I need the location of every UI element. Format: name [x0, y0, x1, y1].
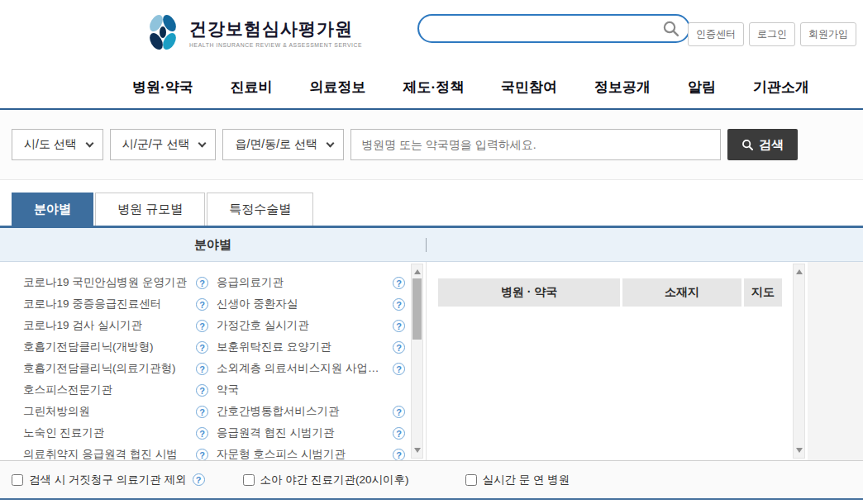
utility-link-button[interactable]: 인증센터 — [688, 22, 744, 46]
nav-item[interactable]: 병원·약국 — [124, 73, 202, 102]
category-item[interactable]: 응급원격 협진 시범기관 ? — [217, 422, 405, 444]
help-icon[interactable]: ? — [196, 277, 208, 289]
global-nav: 병원·약국진료비의료정보제도·정책국민참여정보공개알림기관소개 — [0, 66, 863, 110]
search-icon[interactable] — [662, 20, 680, 38]
category-label[interactable]: 가정간호 실시기관 — [217, 318, 309, 333]
category-item[interactable]: 간호간병통합서비스기관 ? — [217, 401, 405, 422]
keyword-input[interactable] — [350, 129, 721, 160]
search-option[interactable]: 검색 시 거짓청구 의료기관 제외 ? — [12, 473, 205, 487]
category-item[interactable]: 의료취약지 응급원격 협진 시범 ? — [23, 444, 208, 460]
nav-item[interactable]: 의료정보 — [302, 73, 374, 102]
help-icon[interactable]: ? — [196, 427, 208, 440]
category-label[interactable]: 그린처방의원 — [23, 404, 90, 419]
region-selects: 시/도 선택 시/군/구 선택 읍/면/동/로 선택 — [12, 129, 350, 160]
option-label: 실시간 문 연 병원 — [483, 473, 570, 487]
category-label[interactable]: 간호간병통합서비스기관 — [217, 404, 340, 419]
scroll-up-icon[interactable] — [796, 269, 803, 274]
panel-header-divider — [426, 238, 427, 252]
region-select[interactable]: 시/군/구 선택 — [110, 129, 217, 160]
region-select-label: 시/도 선택 — [24, 137, 77, 152]
category-item[interactable]: 그린처방의원 ? — [23, 401, 208, 422]
region-select-label: 시/군/구 선택 — [122, 137, 190, 152]
help-icon[interactable]: ? — [393, 449, 405, 461]
scroll-thumb[interactable] — [412, 278, 422, 340]
results-scrollbar[interactable] — [793, 264, 805, 459]
help-icon[interactable]: ? — [196, 341, 208, 354]
help-icon[interactable]: ? — [393, 277, 405, 289]
tab[interactable]: 특정수술별 — [207, 193, 313, 226]
category-scrollbar[interactable] — [411, 264, 423, 459]
category-item[interactable]: 약국 ? — [217, 379, 405, 401]
help-icon[interactable]: ? — [393, 320, 405, 332]
category-item[interactable]: 신생아 중환자실 ? — [217, 293, 405, 315]
category-item[interactable]: 자문형 호스피스 시범기관 ? — [217, 444, 405, 460]
scroll-up-icon[interactable] — [414, 269, 421, 274]
help-icon[interactable]: ? — [196, 363, 208, 375]
utility-link-button[interactable]: 회원가입 — [800, 22, 856, 46]
category-label[interactable]: 소외계층 의료서비스지원 사업… — [217, 361, 379, 376]
option-label: 소아 야간 진료기관(20시이후) — [260, 473, 409, 487]
help-icon[interactable]: ? — [393, 427, 405, 440]
scroll-down-icon[interactable] — [796, 448, 803, 453]
help-icon[interactable]: ? — [196, 449, 208, 461]
category-label[interactable]: 코로나19 중증응급진료센터 — [23, 297, 161, 311]
category-label[interactable]: 코로나19 국민안심병원 운영기관 — [23, 275, 187, 290]
category-list-panel: 코로나19 국민안심병원 운영기관 ? 코로나19 중증응급진료센터 ? 코로나… — [0, 262, 427, 460]
help-icon[interactable]: ? — [393, 341, 405, 354]
category-item[interactable]: 호흡기전담클리닉(의료기관형) ? — [23, 358, 208, 379]
help-icon[interactable]: ? — [196, 406, 208, 418]
tab[interactable]: 병원 규모별 — [95, 193, 205, 226]
category-item[interactable]: 가정간호 실시기관 ? — [217, 315, 405, 336]
category-label[interactable]: 신생아 중환자실 — [217, 297, 298, 311]
category-label[interactable]: 호흡기전담클리닉(개방형) — [23, 340, 154, 354]
help-icon[interactable]: ? — [393, 406, 405, 418]
help-icon[interactable]: ? — [196, 384, 208, 397]
region-select[interactable]: 시/도 선택 — [12, 129, 103, 160]
category-label[interactable]: 자문형 호스피스 시범기관 — [217, 447, 346, 460]
category-item[interactable]: 호스피스전문기관 ? — [23, 379, 208, 401]
category-item[interactable]: 노숙인 진료기관 ? — [23, 422, 208, 444]
nav-item[interactable]: 진료비 — [222, 73, 281, 102]
search-option[interactable]: 실시간 문 연 병원 ? — [465, 473, 589, 487]
content-right-filler — [808, 262, 863, 460]
category-item[interactable]: 호흡기전담클리닉(개방형) ? — [23, 336, 208, 358]
category-label[interactable]: 노숙인 진료기관 — [23, 426, 104, 440]
category-label[interactable]: 보훈위탁진료 요양기관 — [217, 340, 331, 354]
nav-item[interactable]: 정보공개 — [586, 73, 659, 102]
chevron-down-icon — [327, 139, 335, 147]
category-label[interactable]: 호스피스전문기관 — [23, 383, 112, 397]
category-label[interactable]: 코로나19 검사 실시기관 — [23, 318, 142, 333]
help-icon[interactable]: ? — [393, 363, 405, 375]
search-button[interactable]: 검색 — [727, 129, 798, 160]
global-search-input[interactable] — [432, 16, 662, 41]
category-item[interactable]: 응급의료기관 ? — [217, 272, 405, 293]
category-label[interactable]: 응급원격 협진 시범기관 — [217, 426, 335, 440]
category-label[interactable]: 의료취약지 응급원격 협진 시범 — [23, 447, 178, 460]
nav-item[interactable]: 제도·정책 — [394, 73, 472, 102]
site-logo[interactable]: 건강보험심사평가원 HEALTH INSURANCE REVIEW & ASSE… — [145, 13, 362, 51]
logo-title: 건강보험심사평가원 — [189, 17, 362, 40]
category-item[interactable]: 코로나19 국민안심병원 운영기관 ? — [23, 272, 208, 293]
category-label[interactable]: 응급의료기관 — [217, 275, 284, 290]
scroll-down-icon[interactable] — [414, 448, 421, 453]
utility-link-button[interactable]: 로그인 — [749, 22, 795, 46]
help-icon[interactable]: ? — [393, 298, 405, 311]
category-item[interactable]: 보훈위탁진료 요양기관 ? — [217, 336, 405, 358]
category-item[interactable]: 코로나19 중증응급진료센터 ? — [23, 293, 208, 315]
tab[interactable]: 분야별 — [12, 193, 93, 226]
region-select[interactable]: 읍/면/동/로 선택 — [222, 129, 344, 160]
nav-item[interactable]: 기관소개 — [745, 73, 818, 102]
category-item[interactable]: 소외계층 의료서비스지원 사업… ? — [217, 358, 405, 379]
help-icon[interactable]: ? — [196, 320, 208, 332]
category-item[interactable]: 코로나19 검사 실시기관 ? — [23, 315, 208, 336]
search-option[interactable]: 소아 야간 진료기관(20시이후) ? — [243, 473, 427, 487]
option-checkbox[interactable] — [465, 474, 477, 486]
category-label[interactable]: 호흡기전담클리닉(의료기관형) — [23, 361, 176, 376]
option-checkbox[interactable] — [12, 474, 23, 486]
option-checkbox[interactable] — [243, 474, 255, 486]
nav-item[interactable]: 국민참여 — [493, 73, 565, 102]
nav-item[interactable]: 알림 — [679, 73, 724, 102]
help-icon[interactable]: ? — [193, 473, 205, 486]
category-label[interactable]: 약국 — [217, 383, 239, 397]
help-icon[interactable]: ? — [196, 298, 208, 311]
